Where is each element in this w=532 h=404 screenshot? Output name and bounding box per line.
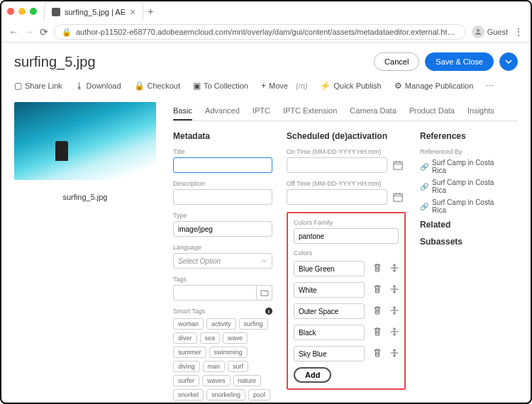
share-link-button[interactable]: ▢Share Link	[14, 81, 62, 91]
smart-tag[interactable]: activity	[206, 318, 236, 330]
browser-tab[interactable]: surfing_5.jpg | AE ×	[44, 2, 143, 21]
delete-icon[interactable]	[373, 327, 382, 338]
share-icon: ▢	[14, 81, 22, 91]
smart-tag[interactable]: snorkeling	[206, 389, 245, 400]
checkout-button[interactable]: 🔒Checkout	[134, 81, 180, 91]
color-input[interactable]	[294, 303, 365, 319]
colors-family-input[interactable]	[294, 228, 399, 244]
download-button[interactable]: ⭳Download	[75, 81, 121, 91]
chevron-down-icon	[262, 258, 267, 264]
tab-basic[interactable]: Basic	[173, 102, 192, 120]
close-icon[interactable]: ×	[130, 6, 135, 18]
drag-handle-icon[interactable]	[390, 264, 399, 274]
ontime-calendar-button[interactable]	[390, 157, 406, 173]
description-input[interactable]	[173, 189, 272, 205]
collection-icon: ▣	[193, 81, 201, 91]
smart-tag[interactable]: diving	[173, 361, 200, 372]
tab-iptc-ext[interactable]: IPTC Extension	[283, 102, 337, 120]
offtime-label: Off Time (MM-DD-YYYY HH:mm)	[287, 180, 406, 187]
smart-tag[interactable]: surfer	[173, 375, 199, 386]
referenced-by-label: Referenced By	[420, 148, 505, 155]
metadata-heading: Metadata	[173, 131, 272, 141]
delete-icon[interactable]	[373, 263, 382, 274]
language-label: Language	[173, 244, 272, 251]
ontime-input[interactable]	[287, 157, 387, 173]
smart-tag[interactable]: waves	[202, 375, 231, 386]
color-row	[294, 346, 399, 361]
back-icon[interactable]: ←	[9, 26, 18, 38]
delete-icon[interactable]	[373, 348, 382, 359]
add-color-button[interactable]: Add	[294, 367, 331, 383]
type-input[interactable]	[173, 221, 272, 237]
smart-tag[interactable]: diver	[173, 332, 197, 344]
drag-handle-icon[interactable]	[390, 306, 399, 317]
tab-product[interactable]: Product Data	[409, 102, 455, 120]
title-label: Title	[173, 148, 272, 155]
asset-thumbnail[interactable]	[14, 102, 156, 180]
new-tab-button[interactable]: +	[148, 6, 153, 17]
manage-publication-button[interactable]: ⚙Manage Publication	[394, 81, 474, 91]
smart-tag[interactable]: wave	[223, 332, 248, 344]
color-input[interactable]	[294, 325, 365, 340]
smart-tag[interactable]: summer	[173, 347, 206, 358]
link-icon: 🔗	[420, 163, 428, 171]
colors-label: Colors	[294, 249, 399, 257]
language-select[interactable]: Select Option	[173, 253, 272, 269]
cancel-button[interactable]: Cancel	[374, 52, 419, 71]
tags-label: Tags	[173, 276, 272, 283]
window-controls[interactable]	[7, 8, 37, 15]
move-button[interactable]: +Move (m)	[261, 81, 307, 91]
info-icon[interactable]: i	[265, 308, 272, 315]
smart-tag[interactable]: man	[203, 361, 226, 372]
drag-handle-icon[interactable]	[390, 349, 399, 359]
address-bar[interactable]: 🔒 author-p11502-e68770.adobeaemcloud.com…	[54, 24, 466, 40]
smart-tag[interactable]: surfing	[239, 318, 268, 330]
drag-handle-icon[interactable]	[390, 285, 399, 296]
reload-icon[interactable]: ⟳	[40, 26, 48, 38]
reference-link[interactable]: 🔗Surf Camp in Costa Rica	[420, 159, 505, 174]
profile-chip[interactable]: Guest	[472, 26, 508, 38]
tab-insights[interactable]: Insights	[467, 102, 494, 120]
smart-tag[interactable]: nature	[233, 375, 262, 386]
tab-advanced[interactable]: Advanced	[205, 102, 240, 120]
to-collection-button[interactable]: ▣To Collection	[193, 81, 248, 91]
svg-point-0	[477, 29, 480, 32]
offtime-input[interactable]	[287, 189, 387, 205]
calendar-icon	[393, 160, 403, 170]
save-button[interactable]: Save & Close	[425, 52, 494, 71]
ontime-label: On Time (MM-DD-YYYY HH:mm)	[287, 148, 406, 155]
save-dropdown[interactable]	[499, 52, 518, 71]
tab-camera[interactable]: Camera Data	[350, 102, 396, 120]
kebab-icon[interactable]: ⋮	[514, 26, 523, 38]
smart-tag[interactable]: swimming	[209, 347, 248, 358]
reference-link[interactable]: 🔗Surf Camp in Costa Rica	[420, 179, 505, 194]
title-input[interactable]	[173, 157, 272, 173]
color-input[interactable]	[294, 346, 365, 361]
smart-tag[interactable]: woman	[173, 318, 204, 330]
delete-icon[interactable]	[373, 305, 382, 317]
tab-iptc[interactable]: IPTC	[253, 102, 270, 120]
smart-tag[interactable]: snorkel	[173, 389, 204, 400]
svg-rect-1	[394, 162, 402, 170]
reference-link[interactable]: 🔗Surf Camp in Costa Rica	[420, 198, 505, 214]
color-input[interactable]	[294, 261, 365, 276]
subassets-heading: Subassets	[420, 237, 505, 247]
url-text: author-p11502-e68770.adobeaemcloud.com/m…	[76, 28, 458, 36]
smart-tag[interactable]: sea	[200, 332, 221, 344]
thumbnail-caption: surfing_5.jpg	[14, 193, 156, 201]
forward-icon[interactable]: →	[24, 26, 34, 38]
color-input[interactable]	[294, 282, 365, 298]
tags-browse-button[interactable]	[257, 285, 272, 301]
delete-icon[interactable]	[373, 284, 382, 296]
smart-tag[interactable]: pool	[248, 389, 270, 400]
related-heading: Related	[420, 220, 505, 230]
smart-tags-label: Smart Tags	[173, 308, 205, 315]
smart-tag[interactable]: surf	[228, 361, 248, 372]
drag-handle-icon[interactable]	[390, 327, 399, 338]
link-icon: 🔗	[420, 183, 428, 191]
tags-input[interactable]	[173, 285, 257, 301]
color-row	[294, 325, 399, 340]
more-icon[interactable]: ⋯	[486, 82, 494, 91]
quick-publish-button[interactable]: ⚡Quick Publish	[320, 81, 381, 91]
offtime-calendar-button[interactable]	[390, 189, 406, 205]
